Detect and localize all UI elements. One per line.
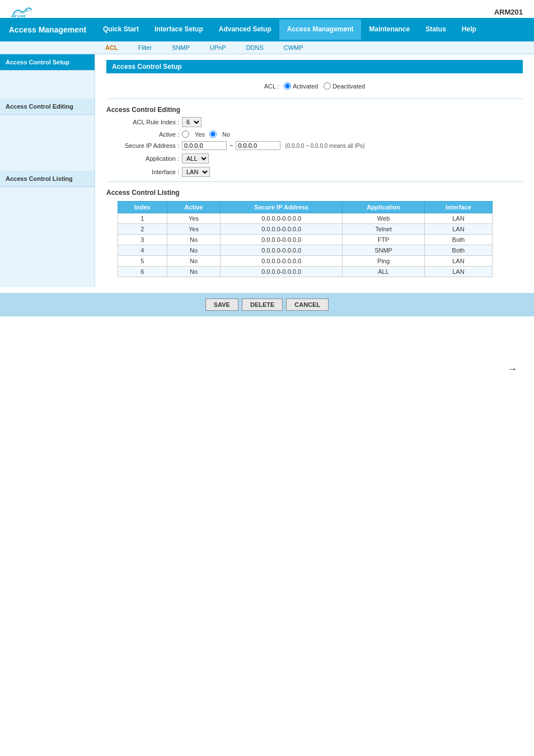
cell-index: 5 <box>118 256 167 267</box>
nav-items: Quick Start Interface Setup Advanced Set… <box>95 18 534 41</box>
cell-application: Telnet <box>342 224 424 235</box>
nav-top-bar: Access Management Quick Start Interface … <box>0 18 534 41</box>
acl-setup-row: ACL : Activated Deactivated <box>106 78 523 94</box>
cell-ip: 0.0.0.0-0.0.0.0 <box>221 245 343 256</box>
table-row: 4No0.0.0.0-0.0.0.0SNMPBoth <box>118 245 493 256</box>
cell-ip: 0.0.0.0-0.0.0.0 <box>221 224 343 235</box>
table-row: 5No0.0.0.0-0.0.0.0PingLAN <box>118 256 493 267</box>
sub-nav-filter[interactable]: Filter <box>128 41 162 54</box>
acl-deactivated-radio[interactable] <box>324 82 331 90</box>
active-no-label: No <box>222 131 230 138</box>
sidebar: Access Management <box>0 18 95 41</box>
interface-row: Interface : LAN <box>106 167 523 177</box>
access-control-editing-section: Access Control Editing ACL Rule Index : … <box>106 106 523 182</box>
content-area: Access Control Setup ACL : Activated Dea… <box>95 54 534 287</box>
cell-ip: 0.0.0.0-0.0.0.0 <box>221 213 343 224</box>
cell-interface: Both <box>425 235 492 245</box>
cell-application: SNMP <box>342 245 424 256</box>
acl-table: Index Active Secure IP Address Applicati… <box>118 201 493 277</box>
nav-item-status[interactable]: Status <box>418 20 454 40</box>
sidebar-section-access-control-listing[interactable]: Access Control Listing <box>0 171 95 187</box>
sub-nav-snmp[interactable]: SNMP <box>162 41 200 54</box>
sidebar-section-access-control-setup[interactable]: Access Control Setup <box>0 54 95 71</box>
active-no-radio[interactable] <box>209 130 217 138</box>
table-row: 1Yes0.0.0.0-0.0.0.0WebLAN <box>118 213 493 224</box>
col-application: Application <box>342 202 424 213</box>
cell-active: Yes <box>167 224 221 235</box>
nav-item-access-management[interactable]: Access Management <box>279 20 362 40</box>
col-active: Active <box>167 202 221 213</box>
delete-button[interactable]: DELETE <box>242 298 283 311</box>
interface-select[interactable]: LAN <box>182 167 210 177</box>
cell-interface: LAN <box>425 224 492 235</box>
sub-nav-upnp[interactable]: UPnP <box>200 41 236 54</box>
secure-ip-from-input[interactable] <box>182 141 227 150</box>
cell-ip: 0.0.0.0-0.0.0.0 <box>221 235 343 245</box>
cancel-button[interactable]: CANCEL <box>286 298 329 311</box>
acl-activated-label: Activated <box>293 83 318 90</box>
save-button[interactable]: SAVE <box>205 298 238 311</box>
application-select[interactable]: ALL <box>182 153 209 164</box>
main-layout: Access Control Setup Access Control Edit… <box>0 54 534 287</box>
active-row: Active : Yes No <box>106 130 523 138</box>
acl-label: ACL : <box>264 83 279 90</box>
access-control-editing-label: Access Control Editing <box>106 106 523 114</box>
interface-label: Interface : <box>112 169 179 175</box>
svg-text:Air Live: Air Live <box>11 14 26 18</box>
active-yes-label: Yes <box>195 131 205 138</box>
sidebar-section-access-control-editing[interactable]: Access Control Editing <box>0 99 95 115</box>
cell-interface: LAN <box>425 256 492 267</box>
cell-application: Web <box>342 213 424 224</box>
sub-nav-acl[interactable]: ACL <box>95 41 128 54</box>
access-control-setup-header: Access Control Setup <box>106 60 523 73</box>
cell-index: 1 <box>118 213 167 224</box>
nav-item-quick-start[interactable]: Quick Start <box>95 20 147 40</box>
col-index: Index <box>118 202 167 213</box>
table-row: 2Yes0.0.0.0-0.0.0.0TelnetLAN <box>118 224 493 235</box>
airlive-logo-icon: Air Live ® <box>11 6 32 18</box>
cell-application: FTP <box>342 235 424 245</box>
secure-ip-row: Secure IP Address : ~ (0.0.0.0 ~ 0.0.0.0… <box>106 141 523 150</box>
cell-active: No <box>167 245 221 256</box>
acl-activated-radio[interactable] <box>284 82 291 90</box>
sub-nav: ACL Filter SNMP UPnP DDNS CWMP <box>0 41 534 54</box>
cell-ip: 0.0.0.0-0.0.0.0 <box>221 267 343 277</box>
logo-area: Air Live ® <box>11 6 35 18</box>
active-yes-radio[interactable] <box>182 130 189 138</box>
sub-nav-ddns[interactable]: DDNS <box>236 41 274 54</box>
cell-interface: Both <box>425 245 492 256</box>
cell-application: Ping <box>342 256 424 267</box>
table-row: 3No0.0.0.0-0.0.0.0FTPBoth <box>118 235 493 245</box>
sub-nav-items: ACL Filter SNMP UPnP DDNS CWMP <box>95 41 534 54</box>
cell-index: 3 <box>118 235 167 245</box>
cell-index: 2 <box>118 224 167 235</box>
device-model: ARM201 <box>494 8 523 16</box>
page-wrapper: Air Live ® ARM201 Access Management Quic… <box>0 0 534 756</box>
nav-item-maintenance[interactable]: Maintenance <box>361 20 418 40</box>
acl-rule-index-row: ACL Rule Index : 6 <box>106 117 523 127</box>
sub-nav-cwmp[interactable]: CWMP <box>274 41 313 54</box>
secure-ip-to-input[interactable] <box>236 141 280 150</box>
acl-rule-index-label: ACL Rule Index : <box>112 119 179 125</box>
nav-item-interface-setup[interactable]: Interface Setup <box>147 20 211 40</box>
header: Air Live ® ARM201 <box>0 0 534 18</box>
acl-deactivated-label: Deactivated <box>332 83 365 90</box>
cell-application: ALL <box>342 267 424 277</box>
nav-item-advanced-setup[interactable]: Advanced Setup <box>211 20 279 40</box>
cell-active: No <box>167 235 221 245</box>
cell-ip: 0.0.0.0-0.0.0.0 <box>221 256 343 267</box>
svg-text:®: ® <box>26 10 29 13</box>
active-radio-group: Yes No <box>182 130 230 138</box>
acl-rule-index-select[interactable]: 6 <box>182 117 202 127</box>
cell-index: 6 <box>118 267 167 277</box>
cell-active: No <box>167 256 221 267</box>
nav-item-help[interactable]: Help <box>454 20 484 40</box>
cell-active: No <box>167 267 221 277</box>
divider-1 <box>106 99 523 99</box>
cell-index: 4 <box>118 245 167 256</box>
access-control-listing-section: Access Control Listing Index Active Secu… <box>106 189 523 277</box>
cell-interface: LAN <box>425 267 492 277</box>
col-secure-ip: Secure IP Address <box>221 202 343 213</box>
sidebar-title: Access Management <box>0 18 95 41</box>
bottom-action-bar: SAVE DELETE CANCEL <box>0 293 534 316</box>
